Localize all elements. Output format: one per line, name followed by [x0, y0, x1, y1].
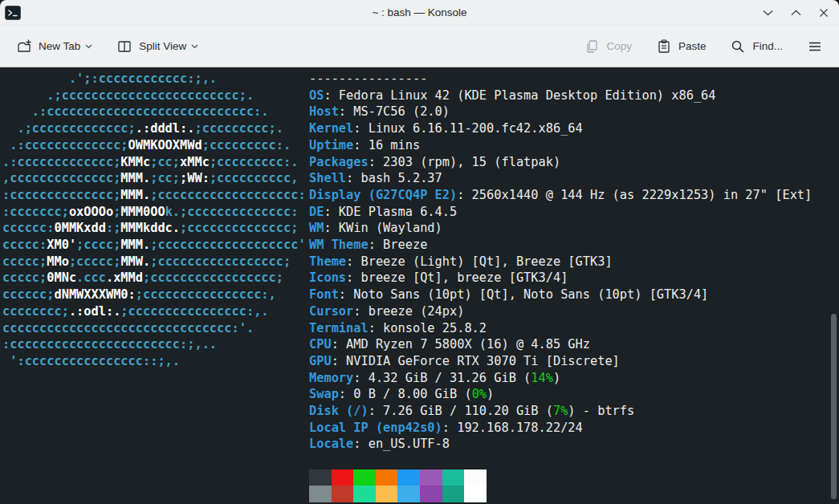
- scrollbar-thumb[interactable]: [831, 314, 837, 499]
- tab-new-icon: [16, 39, 32, 55]
- paste-icon: [656, 39, 672, 55]
- find-label: Find...: [752, 40, 783, 52]
- titlebar[interactable]: ~ : bash — Konsole: [0, 0, 839, 26]
- palette-swatch: [420, 469, 442, 486]
- hamburger-menu-button[interactable]: [799, 32, 831, 61]
- palette-swatch: [420, 486, 442, 502]
- palette-swatch: [397, 469, 420, 486]
- hamburger-icon: [807, 39, 823, 55]
- palette-swatch: [442, 469, 465, 486]
- split-view-button[interactable]: Split View: [108, 32, 206, 61]
- palette-swatch: [353, 486, 376, 502]
- palette-swatch: [376, 469, 398, 486]
- fedora-ascii-logo: .';:cccccccccccc:;,. .;ccccccccccccccccc…: [2, 71, 306, 370]
- new-tab-label: New Tab: [39, 40, 80, 52]
- chevron-down-icon: [191, 44, 198, 49]
- palette-swatch: [464, 469, 487, 486]
- search-icon: [730, 39, 746, 55]
- copy-label: Copy: [606, 40, 632, 52]
- paste-label: Paste: [678, 40, 707, 52]
- copy-icon: [584, 39, 600, 55]
- konsole-icon: [4, 4, 22, 22]
- palette-swatch: [464, 486, 487, 502]
- window-title: ~ : bash — Konsole: [0, 6, 839, 18]
- maximize-button[interactable]: [787, 4, 804, 22]
- palette-swatch: [376, 486, 398, 502]
- copy-button[interactable]: Copy: [576, 32, 640, 61]
- palette-swatch: [442, 486, 465, 502]
- palette-swatch: [353, 469, 376, 486]
- scrollbar[interactable]: [830, 67, 837, 504]
- palette-swatch: [309, 486, 332, 502]
- palette-swatch: [332, 469, 354, 486]
- window-controls: [759, 0, 833, 26]
- paste-button[interactable]: Paste: [648, 32, 715, 61]
- terminal-area[interactable]: .';:cccccccccccc:;,. .;ccccccccccccccccc…: [0, 67, 839, 504]
- find-button[interactable]: Find...: [722, 32, 791, 61]
- palette-swatch: [309, 469, 332, 486]
- fastfetch-info: ----------------OS: Fedora Linux 42 (KDE…: [309, 71, 812, 453]
- split-view-icon: [116, 39, 132, 55]
- new-tab-button[interactable]: New Tab: [8, 32, 100, 61]
- konsole-window: ~ : bash — Konsole New Tab: [0, 0, 839, 504]
- split-view-label: Split View: [139, 40, 186, 52]
- minimize-button[interactable]: [759, 4, 776, 22]
- toolbar: New Tab Split View: [0, 26, 839, 67]
- color-palette: [309, 469, 487, 502]
- palette-swatch: [332, 486, 354, 502]
- chevron-down-icon: [85, 44, 92, 49]
- close-button[interactable]: [815, 4, 833, 22]
- palette-swatch: [397, 486, 420, 502]
